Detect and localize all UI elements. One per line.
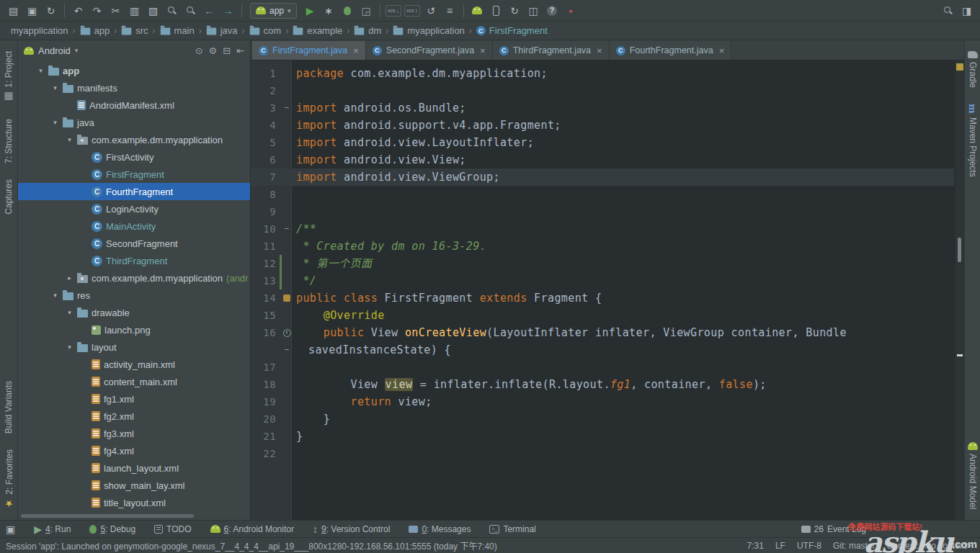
undo-button[interactable]: ↶ bbox=[69, 3, 87, 19]
code-line-20[interactable]: 20 } bbox=[251, 410, 954, 428]
toolwindow-button-android-model[interactable]: Android Model bbox=[968, 434, 978, 517]
line-number[interactable]: 18 bbox=[251, 376, 280, 393]
code-line-11[interactable]: 11 * Created by dm on 16-3-29. bbox=[251, 238, 954, 255]
class-marker-icon[interactable] bbox=[283, 295, 290, 302]
tree-item-firstfragment[interactable]: CFirstFragment bbox=[18, 166, 250, 183]
cut-button[interactable]: ✂ bbox=[107, 3, 125, 19]
line-number[interactable]: 11 bbox=[251, 238, 280, 255]
toolwindow-button-todo[interactable]: TODO bbox=[154, 524, 191, 534]
code-line-4[interactable]: 4import android.support.v4.app.Fragment; bbox=[251, 117, 954, 134]
code-line-3[interactable]: 3−import android.os.Bundle; bbox=[251, 99, 954, 117]
toolwindow-button-gradle[interactable]: Gradle bbox=[968, 43, 978, 96]
breadcrumb-item-firstfragment[interactable]: CFirstFragment bbox=[476, 25, 548, 36]
tree-item-mainactivity[interactable]: CMainActivity bbox=[18, 217, 250, 235]
toolwindow-button-1-project[interactable]: ▦1: Project bbox=[4, 43, 14, 111]
tree-item-res[interactable]: ▾res bbox=[18, 287, 250, 304]
toolwindow-button-2-favorites[interactable]: ★2: Favorites bbox=[4, 441, 14, 517]
vcs-changes-button[interactable]: ≡ bbox=[441, 3, 459, 19]
help-button[interactable]: ? bbox=[543, 3, 561, 19]
line-number[interactable]: 6 bbox=[251, 151, 280, 168]
status-item-lf[interactable]: LF bbox=[775, 541, 785, 551]
line-number[interactable]: 1 bbox=[251, 65, 280, 82]
collapse-all-icon[interactable]: ⊟ bbox=[223, 45, 231, 56]
code-area[interactable]: 1package com.example.dm.myapplication;23… bbox=[251, 60, 954, 520]
save-all-button[interactable]: ▣ bbox=[23, 3, 41, 19]
toolwindow-button-6-android-monitor[interactable]: 6: Android Monitor bbox=[210, 524, 294, 534]
breadcrumb-item-example[interactable]: example bbox=[293, 25, 342, 36]
find-button[interactable] bbox=[163, 3, 181, 19]
breadcrumb-item-src[interactable]: src bbox=[121, 25, 148, 36]
status-item-context-no-context[interactable]: Context: <no context> bbox=[887, 541, 971, 551]
chevron-down-icon[interactable]: ▾ bbox=[51, 84, 59, 91]
code-line-16[interactable]: 16↑ public View onCreateView(LayoutInfla… bbox=[251, 324, 954, 341]
sync-button[interactable]: ↻ bbox=[42, 3, 60, 19]
editor-tab-thirdfragment-java[interactable]: CThirdFragment.java× bbox=[493, 41, 610, 60]
hide-panel-icon[interactable]: ⇤ bbox=[236, 45, 244, 56]
tree-item-drawable[interactable]: ▾drawable bbox=[18, 304, 250, 321]
run-button[interactable]: ▶ bbox=[301, 3, 319, 19]
chevron-down-icon[interactable]: ▾ bbox=[37, 67, 45, 74]
tree-item-app[interactable]: ▾app bbox=[18, 62, 250, 79]
tree-item-launch-layout-xml[interactable]: launch_layout.xml bbox=[18, 459, 250, 477]
line-number[interactable]: 2 bbox=[251, 82, 280, 99]
breadcrumb-item-myapplication[interactable]: myapplication bbox=[7, 25, 68, 36]
override-marker-icon[interactable]: ↑ bbox=[283, 329, 291, 337]
close-icon[interactable]: × bbox=[480, 45, 486, 56]
stop-button[interactable]: ▪ bbox=[562, 3, 580, 19]
project-view-selector[interactable]: Android bbox=[38, 45, 71, 56]
stripe-mark[interactable] bbox=[957, 354, 963, 356]
tree-item-content-main-xml[interactable]: content_main.xml bbox=[18, 373, 250, 390]
tree-item-title-layout-xml[interactable]: title_layout.xml bbox=[18, 494, 250, 511]
line-number[interactable]: 10 bbox=[251, 220, 280, 238]
back-button[interactable]: ← bbox=[200, 3, 218, 19]
toolwindow-layout-button[interactable]: ◨ bbox=[958, 3, 976, 19]
tree-item-java[interactable]: ▾java bbox=[18, 114, 250, 131]
sdk-manager-button[interactable] bbox=[468, 3, 486, 19]
code-line-wrap[interactable]: −savedInstanceState) { bbox=[251, 341, 954, 359]
run-config-selector[interactable]: app ▾ bbox=[250, 3, 297, 19]
tree-horizontal-scrollbar[interactable] bbox=[21, 514, 194, 518]
code-line-6[interactable]: 6import android.view.View; bbox=[251, 151, 954, 168]
code-line-17[interactable]: 17 bbox=[251, 359, 954, 376]
toolwindow-button-9-version-control[interactable]: ↕9: Version Control bbox=[313, 524, 390, 534]
fold-icon[interactable]: − bbox=[282, 220, 292, 238]
tree-item-fg1-xml[interactable]: fg1.xml bbox=[18, 390, 250, 408]
tree-item-firstactivity[interactable]: CFirstActivity bbox=[18, 148, 250, 166]
line-number[interactable]: 20 bbox=[251, 410, 280, 428]
line-number[interactable]: 14 bbox=[251, 289, 280, 307]
tree-item-secondfragment[interactable]: CSecondFragment bbox=[18, 235, 250, 252]
editor-tab-fourthfragment-java[interactable]: CFourthFragment.java× bbox=[610, 41, 732, 60]
code-line-9[interactable]: 9 bbox=[251, 203, 954, 220]
toolwindow-button-build-variants[interactable]: Build Variants bbox=[4, 373, 14, 441]
toolwindow-button-4-run[interactable]: ▶4: Run bbox=[34, 524, 71, 534]
toolwindow-button-7-structure[interactable]: 7: Structure bbox=[4, 111, 14, 171]
toolwindow-switcher-icon[interactable]: ▣ bbox=[6, 524, 15, 534]
vcs-commit-button[interactable]: vcs↑ bbox=[404, 3, 422, 19]
line-number[interactable]: 7 bbox=[251, 168, 280, 186]
vcs-revert-button[interactable]: ↺ bbox=[422, 3, 440, 19]
editor-tab-secondfragment-java[interactable]: CSecondFragment.java× bbox=[366, 41, 493, 60]
tree-item-thirdfragment[interactable]: CThirdFragment bbox=[18, 252, 250, 269]
chevron-down-icon[interactable]: ▾ bbox=[75, 47, 79, 54]
chevron-right-icon[interactable]: ▸ bbox=[66, 274, 74, 282]
tree-item-fg3-xml[interactable]: fg3.xml bbox=[18, 425, 250, 442]
tree-item-show-main-lay-xml[interactable]: show_main_lay.xml bbox=[18, 477, 250, 494]
profile-button[interactable]: ∗ bbox=[320, 3, 338, 19]
replace-button[interactable] bbox=[182, 3, 200, 19]
tree-item-activity-main-xml[interactable]: activity_main.xml bbox=[18, 356, 250, 373]
gear-icon[interactable]: ⚙ bbox=[209, 45, 218, 56]
code-line-1[interactable]: 1package com.example.dm.myapplication; bbox=[251, 65, 954, 82]
code-line-7[interactable]: 7import android.view.ViewGroup; bbox=[251, 168, 954, 186]
code-line-10[interactable]: 10−/** bbox=[251, 220, 954, 238]
code-line-14[interactable]: 14public class FirstFragment extends Fra… bbox=[251, 289, 954, 307]
scope-settings-icon[interactable]: ⊙ bbox=[195, 45, 203, 56]
line-number[interactable]: 16 bbox=[251, 324, 280, 341]
line-number[interactable]: 12 bbox=[251, 255, 280, 272]
code-line-22[interactable]: 22 bbox=[251, 445, 954, 462]
chevron-down-icon[interactable]: ▾ bbox=[66, 136, 74, 143]
close-icon[interactable]: × bbox=[719, 45, 725, 56]
code-line-12[interactable]: 12 * 第一个页面 bbox=[251, 255, 954, 272]
tree-item-fg2-xml[interactable]: fg2.xml bbox=[18, 408, 250, 425]
line-number[interactable]: 4 bbox=[251, 117, 280, 134]
inspection-indicator-icon[interactable] bbox=[956, 63, 963, 71]
